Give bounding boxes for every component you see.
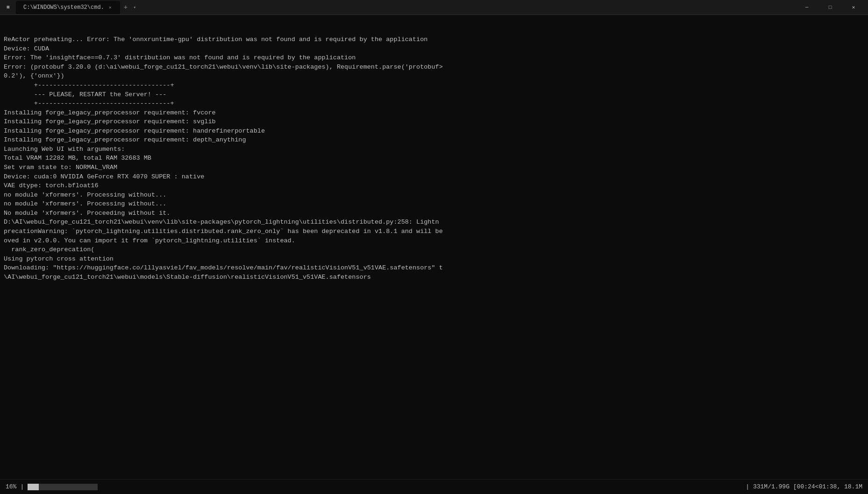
terminal-line: VAE dtype: torch.bfloat16	[4, 181, 864, 191]
terminal-line: Installing forge_legacy_preprocessor req…	[4, 117, 864, 127]
terminal-line: Using pytorch cross attention	[4, 254, 864, 264]
tab-close-button[interactable]: ✕	[108, 4, 113, 11]
terminal-line: Launching Web UI with arguments:	[4, 145, 864, 154]
status-bar: 16% | | 331M/1.99G [00:24<01:38, 18.1M	[0, 479, 868, 494]
status-right-text: | 331M/1.99G [00:24<01:38, 18.1M	[746, 483, 862, 490]
window-icon: ■	[4, 3, 12, 12]
terminal-line: Downloading: "https://huggingface.co/lll…	[4, 263, 864, 273]
terminal-line: 0.2'), {'onnx'})	[4, 71, 864, 81]
terminal-line: oved in v2.0.0. You can import it from `…	[4, 236, 864, 246]
terminal-line: Device: cuda:0 NVIDIA GeForce RTX 4070 S…	[4, 172, 864, 182]
terminal-line: No module 'xformers'. Proceeding without…	[4, 209, 864, 218]
terminal-line: D:\AI\webui_forge_cu121_torch21\webui\ve…	[4, 218, 864, 227]
progress-bar-fill	[28, 484, 39, 490]
terminal-line: --- PLEASE, RESTART the Server! ---	[4, 90, 864, 99]
maximize-button[interactable]: □	[819, 0, 841, 15]
tab-dropdown-button[interactable]: ▾	[131, 5, 138, 10]
terminal-window: ■ C:\WINDOWS\system32\cmd. ✕ + ▾ ─ □ ✕ R…	[0, 0, 868, 494]
terminal-line: ReActor preheating... Error: The 'onnxru…	[4, 35, 864, 44]
minimize-button[interactable]: ─	[796, 0, 818, 15]
progress-percent: 16%	[6, 483, 16, 490]
tab-title: C:\WINDOWS\system32\cmd.	[23, 4, 104, 11]
window-controls: ─ □ ✕	[796, 0, 864, 15]
terminal-line: \AI\webui_forge_cu121_torch21\webui\mode…	[4, 273, 864, 282]
terminal-line: rank_zero_deprecation(	[4, 245, 864, 254]
terminal-line: no module 'xformers'. Processing without…	[4, 199, 864, 209]
terminal-line: Installing forge_legacy_preprocessor req…	[4, 127, 864, 136]
terminal-line: +-----------------------------------+	[4, 81, 864, 90]
tab-area: ■ C:\WINDOWS\system32\cmd. ✕ + ▾	[4, 1, 796, 14]
terminal-line: no module 'xformers'. Processing without…	[4, 191, 864, 200]
progress-section: 16% |	[6, 483, 98, 490]
terminal-tab[interactable]: C:\WINDOWS\system32\cmd. ✕	[16, 1, 120, 14]
terminal-line: Installing forge_legacy_preprocessor req…	[4, 108, 864, 118]
terminal-line: precationWarning: `pytorch_lightning.uti…	[4, 227, 864, 236]
terminal-output[interactable]: ReActor preheating... Error: The 'onnxru…	[0, 15, 868, 479]
new-tab-button[interactable]: +	[120, 4, 131, 11]
terminal-line: Error: (protobuf 3.20.0 (d:\ai\webui_for…	[4, 63, 864, 72]
terminal-line: +-----------------------------------+	[4, 99, 864, 108]
terminal-line: Installing forge_legacy_preprocessor req…	[4, 135, 864, 145]
cursor-indicator: |	[20, 483, 24, 490]
close-button[interactable]: ✕	[843, 0, 864, 15]
titlebar: ■ C:\WINDOWS\system32\cmd. ✕ + ▾ ─ □ ✕	[0, 0, 868, 15]
terminal-line: Set vram state to: NORMAL_VRAM	[4, 163, 864, 172]
terminal-line: Total VRAM 12282 MB, total RAM 32683 MB	[4, 154, 864, 163]
terminal-line: Device: CUDA	[4, 44, 864, 54]
terminal-line: Error: The 'insightface==0.7.3' distribu…	[4, 53, 864, 63]
progress-bar-container	[28, 484, 98, 490]
